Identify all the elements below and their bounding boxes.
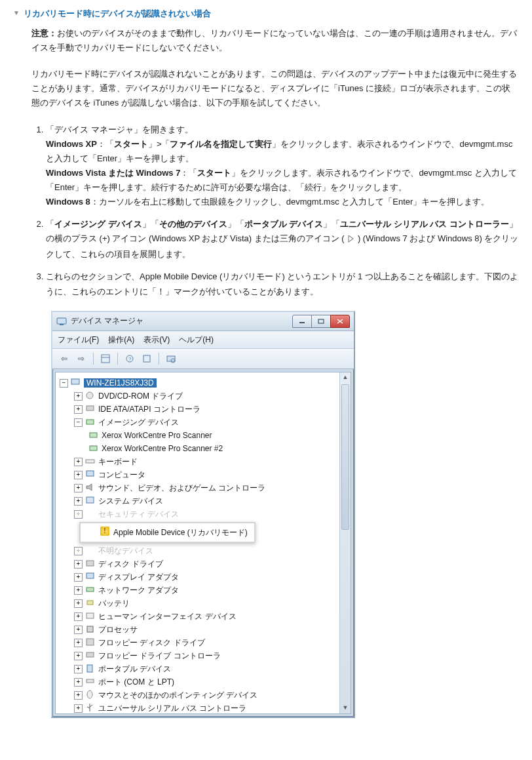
- tree-item[interactable]: Xerox WorkCentre Pro Scanner: [60, 429, 339, 442]
- svg-text:?: ?: [128, 356, 132, 362]
- tree-item[interactable]: +バッテリ: [60, 597, 339, 610]
- computer-icon: [85, 470, 96, 479]
- scroll-thumb[interactable]: [341, 384, 349, 530]
- scroll-down-icon[interactable]: ▼: [340, 703, 351, 713]
- tree-item[interactable]: +フロッピー ドライブ コントローラ: [60, 649, 339, 662]
- svg-marker-19: [86, 484, 92, 490]
- tree-item[interactable]: +ネットワーク アダプタ: [60, 584, 339, 597]
- svg-rect-11: [71, 379, 79, 384]
- toolbar-scan-button[interactable]: [163, 351, 179, 366]
- tree-item[interactable]: +ポート (COM と LPT): [60, 675, 339, 689]
- step-1-win8: Windows 8：カーソルを右上に移動して虫眼鏡をクリックし、devmgmt.…: [46, 195, 519, 209]
- expand-icon[interactable]: +: [74, 510, 83, 519]
- expand-icon[interactable]: +: [74, 405, 83, 414]
- system-icon: [85, 496, 96, 505]
- expand-icon[interactable]: +: [74, 484, 83, 492]
- tree-item[interactable]: +不明なデバイス: [60, 544, 339, 557]
- device-tree: −WIN-ZEI1JS8XJ3D +DVD/CD-ROM ドライブ +IDE A…: [56, 372, 351, 714]
- imaging-icon: [85, 417, 96, 426]
- unknown-icon: [85, 546, 96, 555]
- svg-rect-1: [60, 324, 64, 325]
- toolbar-separator: [93, 353, 94, 365]
- tree-item[interactable]: +ヒューマン インターフェイス デバイス: [60, 610, 339, 623]
- svg-rect-13: [86, 406, 94, 410]
- scroll-up-icon[interactable]: ▲: [340, 372, 351, 383]
- svg-rect-28: [86, 652, 94, 657]
- tree-item[interactable]: +セキュリティ デバイス: [60, 508, 339, 521]
- expand-icon[interactable]: +: [74, 639, 83, 647]
- toolbar-details-button[interactable]: [98, 351, 113, 366]
- tree-item[interactable]: +プロセッサ: [60, 623, 339, 636]
- collapse-icon[interactable]: −: [60, 379, 68, 388]
- scanner-icon: [88, 430, 99, 439]
- tree-item[interactable]: +ディスプレイ アダプタ: [60, 570, 339, 584]
- expand-icon[interactable]: +: [74, 678, 83, 687]
- tree-item[interactable]: +ポータブル デバイス: [60, 662, 339, 675]
- floppy-ctrl-icon: [85, 650, 96, 660]
- expand-icon[interactable]: +: [74, 691, 83, 700]
- expand-icon[interactable]: +: [74, 599, 83, 608]
- tree-item[interactable]: +ディスク ドライブ: [60, 557, 339, 570]
- tree-item[interactable]: +IDE ATA/ATAPI コントローラ: [60, 403, 339, 416]
- display-icon: [85, 572, 96, 581]
- expand-icon[interactable]: +: [74, 652, 83, 660]
- close-button[interactable]: [330, 315, 350, 328]
- svg-rect-22: [86, 573, 94, 578]
- collapse-icon[interactable]: −: [74, 418, 83, 427]
- toolbar-properties-button[interactable]: [139, 351, 155, 366]
- maximize-button[interactable]: [311, 315, 331, 328]
- expand-icon[interactable]: +: [74, 704, 83, 713]
- menu-help[interactable]: ヘルプ(H): [179, 333, 214, 346]
- menu-action[interactable]: 操作(A): [108, 333, 134, 346]
- svg-point-12: [86, 392, 93, 399]
- computer-icon: [71, 378, 81, 387]
- warning-icon: !: [100, 527, 109, 536]
- tree-item[interactable]: +マウスとそのほかのポインティング デバイス: [60, 689, 339, 702]
- expand-icon[interactable]: +: [74, 547, 83, 555]
- floppy-icon: [85, 637, 96, 647]
- tree-item[interactable]: +ユニバーサル シリアル バス コントローラ: [60, 702, 339, 714]
- tree-item[interactable]: +DVD/CD-ROM ドライブ: [60, 390, 339, 403]
- svg-rect-21: [86, 561, 94, 566]
- toolbar-forward-button[interactable]: ⇨: [73, 351, 89, 366]
- disclosure-header[interactable]: リカバリモード時にデバイスが認識されない場合: [13, 7, 519, 21]
- tree-item-imaging[interactable]: −イメージング デバイス: [60, 416, 339, 429]
- scrollbar[interactable]: ▲ ▼: [339, 372, 351, 713]
- step-1-line1: 「デバイス マネージャ」を開きます。: [46, 125, 193, 134]
- expand-icon[interactable]: +: [74, 392, 83, 401]
- note-text: お使いのデバイスがそのままで動作し、リカバリモードになっていない場合は、この一連…: [31, 28, 517, 52]
- minimize-button[interactable]: [292, 315, 312, 328]
- expand-icon[interactable]: +: [74, 573, 83, 582]
- toolbar-help-button[interactable]: ?: [122, 351, 138, 366]
- tree-item[interactable]: +システム デバイス: [60, 494, 339, 508]
- tree-item[interactable]: +コンピュータ: [60, 468, 339, 481]
- battery-icon: [85, 598, 96, 607]
- expand-icon[interactable]: +: [74, 586, 83, 595]
- svg-rect-4: [102, 355, 109, 363]
- expand-icon[interactable]: +: [74, 626, 83, 634]
- expand-icon[interactable]: +: [74, 458, 83, 466]
- tree-item[interactable]: +フロッピー ディスク ドライブ: [60, 636, 339, 649]
- tree-item[interactable]: +キーボード: [60, 455, 339, 468]
- root-label: WIN-ZEI1JS8XJ3D: [84, 378, 157, 388]
- usb-icon: [85, 703, 96, 712]
- expand-icon[interactable]: +: [74, 560, 83, 569]
- toolbar-back-button[interactable]: ⇦: [56, 351, 72, 366]
- expand-icon[interactable]: +: [74, 665, 83, 673]
- menu-view[interactable]: 表示(V): [143, 333, 170, 346]
- devmgr-icon: [56, 316, 67, 327]
- step-3: これらのセクションで、Apple Mobile Device (リカバリモード)…: [46, 270, 519, 298]
- titlebar[interactable]: デバイス マネージャ: [52, 312, 354, 331]
- tree-root[interactable]: −WIN-ZEI1JS8XJ3D: [60, 376, 339, 390]
- expand-icon[interactable]: +: [74, 471, 83, 479]
- tree-item[interactable]: +サウンド、ビデオ、およびゲーム コントローラ: [60, 481, 339, 494]
- tree-item[interactable]: Xerox WorkCentre Pro Scanner #2: [60, 442, 339, 455]
- expand-icon[interactable]: +: [74, 497, 83, 506]
- highlight-callout: ! Apple Mobile Device (リカバリモード): [79, 522, 256, 543]
- menu-file[interactable]: ファイル(F): [58, 333, 99, 346]
- network-icon: [85, 585, 96, 594]
- toolbar-separator: [117, 353, 118, 365]
- svg-rect-14: [86, 420, 94, 424]
- svg-rect-17: [86, 460, 94, 463]
- expand-icon[interactable]: +: [74, 612, 83, 621]
